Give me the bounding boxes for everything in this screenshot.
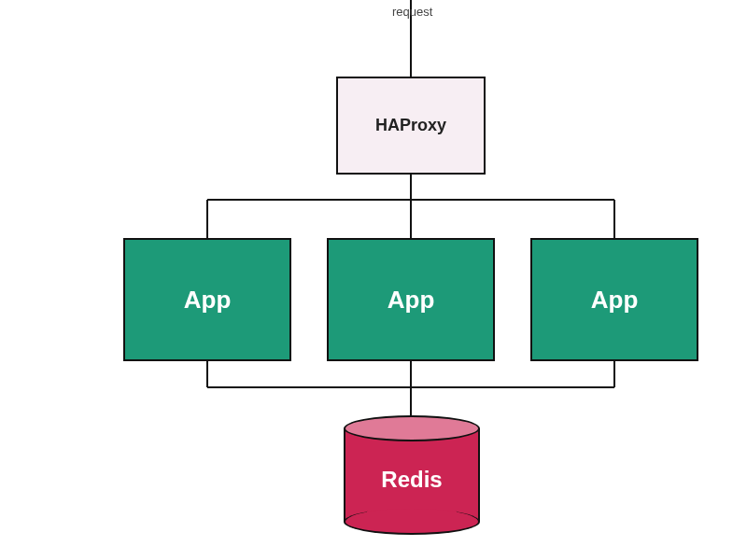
redis-cylinder-top — [344, 415, 480, 441]
app-node-2: App — [327, 238, 495, 361]
app-label: App — [388, 286, 435, 315]
redis-label: Redis — [344, 467, 480, 493]
app-node-3: App — [530, 238, 698, 361]
request-label: request — [392, 5, 432, 19]
haproxy-node: HAProxy — [336, 77, 486, 175]
redis-cylinder-bottom — [344, 509, 480, 535]
redis-node: Redis — [344, 415, 480, 523]
app-label: App — [184, 286, 232, 315]
haproxy-label: HAProxy — [375, 116, 446, 135]
app-label: App — [591, 286, 639, 315]
app-node-1: App — [123, 238, 291, 361]
